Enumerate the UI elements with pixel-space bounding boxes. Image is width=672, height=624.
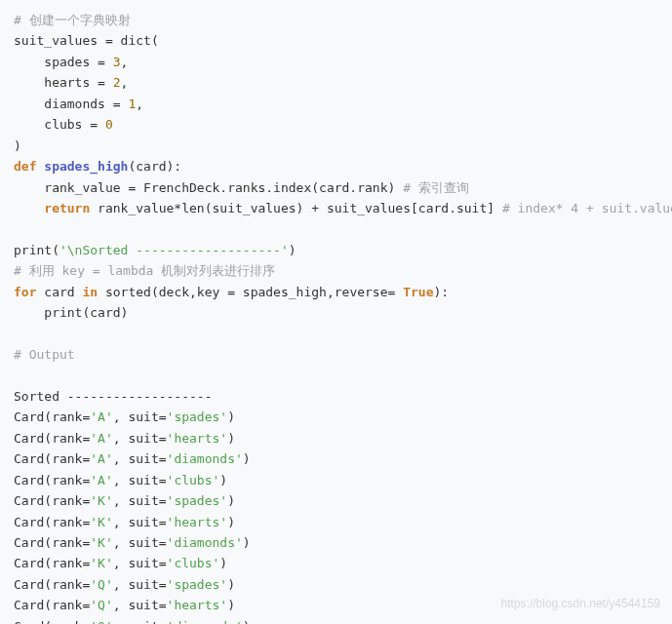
code-pre: # 创建一个字典映射 suit_values = dict( spades = … [0, 0, 672, 624]
code-text: card [36, 285, 82, 299]
comment: # 创建一个字典映射 [14, 13, 131, 27]
code-text: ) [289, 243, 296, 257]
code-block: # 创建一个字典映射 suit_values = dict( spades = … [0, 0, 672, 624]
number: 2 [113, 75, 121, 90]
code-line: suit_values = dict( [14, 33, 159, 48]
number: 0 [105, 117, 113, 132]
keyword-for: for [14, 285, 36, 299]
code-text: , [121, 55, 129, 69]
output-card-line: Card(rank='Q', suit='diamonds') [14, 619, 251, 624]
code-line: clubs = [14, 117, 105, 132]
output-cards: Card(rank='A', suit='spades') Card(rank=… [14, 410, 251, 624]
code-line: spades = [14, 55, 113, 69]
code-line: hearts = [14, 75, 113, 90]
output-card-line: Card(rank='A', suit='hearts') [14, 431, 235, 446]
comment: # Output [14, 347, 75, 362]
code-text: (card): [128, 159, 181, 174]
code-line: diamonds = [14, 97, 128, 111]
code-line: print(card) [14, 305, 128, 320]
output-card-line: Card(rank='A', suit='diamonds') [14, 451, 251, 466]
keyword-in: in [82, 285, 98, 299]
number: 3 [113, 55, 121, 69]
comment: # 利用 key = lambda 机制对列表进行排序 [14, 263, 275, 278]
keyword-true: True [403, 285, 433, 299]
code-text: ): [434, 285, 450, 299]
output-line: Sorted ------------------- [14, 389, 213, 404]
keyword-def: def [14, 159, 36, 174]
keyword-return: return [14, 201, 90, 215]
code-text: print( [14, 243, 59, 257]
code-line: rank_value = FrenchDeck.ranks.index(card… [14, 180, 403, 195]
code-text: rank_value*len(suit_values) + suit_value… [90, 201, 502, 215]
comment: # 索引查询 [403, 180, 469, 195]
output-card-line: Card(rank='K', suit='hearts') [14, 515, 235, 529]
output-card-line: Card(rank='Q', suit='hearts') [14, 598, 235, 612]
output-card-line: Card(rank='A', suit='spades') [14, 410, 235, 424]
output-card-line: Card(rank='K', suit='clubs') [14, 556, 227, 570]
comment: # index* 4 + suit.value [502, 201, 672, 215]
output-card-line: Card(rank='K', suit='spades') [14, 493, 235, 508]
code-text: , [136, 97, 143, 111]
output-card-line: Card(rank='A', suit='clubs') [14, 473, 227, 488]
string: '\nSorted -------------------' [59, 243, 289, 257]
function-name: spades_high [36, 159, 128, 174]
code-text: sorted(deck,key = spades_high,reverse= [98, 285, 403, 299]
output-card-line: Card(rank='K', suit='diamonds') [14, 535, 251, 550]
output-card-line: Card(rank='Q', suit='spades') [14, 577, 235, 592]
code-text: , [121, 75, 129, 90]
code-line: ) [14, 138, 21, 153]
